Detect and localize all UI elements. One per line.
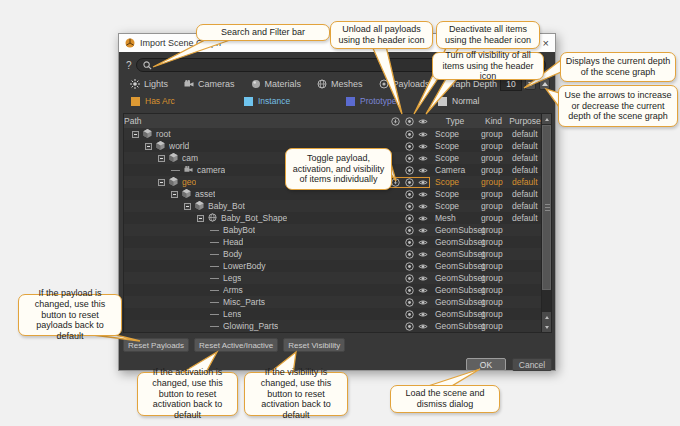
deactivate-header-icon[interactable]	[402, 116, 416, 127]
visibility-toggle-icon[interactable]	[416, 297, 430, 308]
activation-toggle-icon[interactable]	[402, 285, 416, 296]
activation-toggle-icon[interactable]	[402, 141, 416, 152]
activation-toggle-icon[interactable]	[402, 249, 416, 260]
activation-toggle-icon[interactable]	[402, 297, 416, 308]
visibility-toggle-icon[interactable]	[416, 177, 430, 188]
visibility-toggle-icon[interactable]	[416, 273, 430, 284]
kind-cell: group	[478, 261, 509, 271]
mesh-prim-icon	[208, 213, 218, 223]
filter-cameras[interactable]: Cameras	[184, 79, 235, 89]
scroll-up-icon[interactable]	[542, 114, 551, 124]
visibility-toggle-icon[interactable]	[416, 165, 430, 176]
app-icon	[125, 38, 135, 48]
type-cell: GeomSubset	[432, 309, 478, 319]
activation-toggle-icon[interactable]	[402, 273, 416, 284]
activation-toggle-icon[interactable]	[402, 213, 416, 224]
toggle-cell	[388, 213, 432, 224]
filter-payloads[interactable]: Payloads	[379, 79, 430, 89]
scroll-up2-icon[interactable]	[542, 312, 551, 322]
activation-toggle-icon[interactable]	[402, 309, 416, 320]
reset-payloads-button[interactable]: Reset Payloads	[123, 338, 189, 352]
activation-toggle-icon[interactable]	[402, 201, 416, 212]
visibility-toggle-icon[interactable]	[416, 141, 430, 152]
filter-materials[interactable]: Materials	[251, 79, 302, 89]
visibility-toggle-icon[interactable]	[416, 201, 430, 212]
table-row[interactable]: ArmsGeomSubsetgroup	[124, 284, 541, 296]
collapse-toggle[interactable]	[132, 131, 139, 138]
column-kind[interactable]: Kind	[478, 116, 509, 126]
activation-toggle-icon[interactable]	[402, 321, 416, 332]
payload-header-icon[interactable]	[388, 116, 402, 127]
activation-toggle-icon[interactable]	[402, 261, 416, 272]
ok-button[interactable]: OK	[466, 358, 506, 371]
activation-toggle-icon[interactable]	[402, 225, 416, 236]
visibility-toggle-icon[interactable]	[416, 321, 430, 332]
prim-name: camera	[197, 165, 225, 175]
column-path[interactable]: Path	[124, 116, 388, 126]
table-row[interactable]: LensGeomSubsetgroup	[124, 308, 541, 320]
visibility-toggle-icon[interactable]	[416, 261, 430, 272]
table-row[interactable]: Baby_BotScopegroupdefault	[124, 200, 541, 212]
visibility-toggle-icon[interactable]	[416, 189, 430, 200]
screenshot-canvas: Import Scene Graph × ? LightsCamerasMate…	[0, 0, 680, 426]
activation-toggle-icon[interactable]	[402, 177, 416, 188]
column-purpose[interactable]: Purpose	[509, 116, 541, 126]
prim-icon	[195, 201, 205, 211]
visibility-toggle-icon[interactable]	[416, 249, 430, 260]
cancel-button[interactable]: Cancel	[512, 358, 552, 371]
table-row[interactable]: Misc_PartsGeomSubsetgroup	[124, 296, 541, 308]
visibility-header-icon[interactable]	[416, 116, 430, 127]
scrollbar-thumb[interactable]	[542, 125, 551, 290]
table-row[interactable]: Glowing_PartsGeomSubsetgroup	[124, 320, 541, 332]
type-cell: Scope	[432, 177, 478, 187]
table-scrollbar[interactable]	[541, 114, 551, 332]
reset-visibility-button[interactable]: Reset Visibility	[283, 338, 345, 352]
table-row[interactable]: LegsGeomSubsetgroup	[124, 272, 541, 284]
table-row[interactable]: rootScopegroupdefault	[124, 128, 541, 140]
help-button[interactable]: ?	[126, 60, 132, 71]
visibility-toggle-icon[interactable]	[416, 285, 430, 296]
legend-has-arc: Has Arc	[131, 96, 175, 106]
activation-toggle-icon[interactable]	[402, 189, 416, 200]
collapse-toggle[interactable]	[158, 155, 165, 162]
activation-toggle-icon[interactable]	[402, 129, 416, 140]
callout-use-arrows: Use the arrows to increase or decrease t…	[558, 85, 678, 127]
callout-reset-payloads-help: If the payload is changed, use this butt…	[18, 294, 122, 336]
column-type[interactable]: Type	[432, 116, 478, 126]
collapse-toggle[interactable]	[197, 215, 204, 222]
table-row[interactable]: LowerBodyGeomSubsetgroup	[124, 260, 541, 272]
purpose-cell: default	[509, 201, 541, 211]
visibility-toggle-icon[interactable]	[416, 153, 430, 164]
collapse-toggle[interactable]	[158, 179, 165, 186]
filter-label: Lights	[144, 79, 168, 89]
visibility-toggle-icon[interactable]	[416, 225, 430, 236]
filter-meshes[interactable]: Meshes	[317, 79, 363, 89]
activation-toggle-icon[interactable]	[402, 237, 416, 248]
reset-active-inactive-button[interactable]: Reset Active/Inactive	[194, 338, 278, 352]
close-icon[interactable]: ×	[543, 38, 549, 49]
depth-increase-button[interactable]	[539, 78, 550, 90]
kind-cell: group	[478, 321, 509, 331]
prim-name: Misc_Parts	[223, 297, 265, 307]
table-row[interactable]: HeadGeomSubsetgroup	[124, 236, 541, 248]
table-row[interactable]: BabyBotGeomSubsetgroup	[124, 224, 541, 236]
visibility-toggle-icon[interactable]	[416, 129, 430, 140]
visibility-toggle-icon[interactable]	[416, 213, 430, 224]
filter-lights[interactable]: Lights	[130, 79, 168, 89]
prim-name: Head	[223, 237, 243, 247]
visibility-toggle-icon[interactable]	[416, 237, 430, 248]
purpose-cell: default	[509, 129, 541, 139]
collapse-toggle[interactable]	[171, 191, 178, 198]
collapse-toggle[interactable]	[184, 203, 191, 210]
scroll-down-icon[interactable]	[542, 322, 551, 332]
table-row[interactable]: Baby_Bot_ShapeMeshgroupdefault	[124, 212, 541, 224]
prim-icon	[156, 141, 166, 151]
table-row[interactable]: BodyGeomSubsetgroup	[124, 248, 541, 260]
visibility-toggle-icon[interactable]	[416, 309, 430, 320]
activation-toggle-icon[interactable]	[402, 153, 416, 164]
prim-name: Baby_Bot	[208, 201, 245, 211]
prim-name: root	[156, 129, 171, 139]
toggle-cell	[388, 141, 432, 152]
collapse-toggle[interactable]	[145, 143, 152, 150]
activation-toggle-icon[interactable]	[402, 165, 416, 176]
